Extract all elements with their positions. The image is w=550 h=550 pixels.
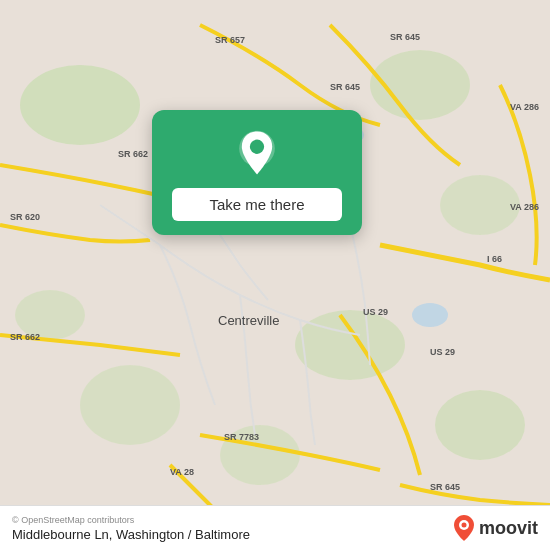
bottom-bar: © OpenStreetMap contributors Middlebourn… (0, 505, 550, 550)
svg-text:SR 662: SR 662 (118, 149, 148, 159)
take-me-there-button[interactable]: Take me there (172, 188, 342, 221)
moovit-logo: moovit (453, 514, 538, 542)
svg-text:VA 286: VA 286 (510, 202, 539, 212)
svg-text:VA 28: VA 28 (170, 467, 194, 477)
svg-text:SR 657: SR 657 (215, 35, 245, 45)
svg-text:VA 286: VA 286 (510, 102, 539, 112)
svg-text:SR 645: SR 645 (330, 82, 360, 92)
svg-point-28 (250, 140, 264, 154)
svg-text:US 29: US 29 (363, 307, 388, 317)
svg-text:I 66: I 66 (487, 254, 502, 264)
moovit-pin-icon (453, 514, 475, 542)
bottom-bar-info: © OpenStreetMap contributors Middlebourn… (12, 515, 250, 542)
svg-text:SR 662: SR 662 (10, 332, 40, 342)
svg-text:SR 7783: SR 7783 (224, 432, 259, 442)
svg-point-3 (440, 175, 520, 235)
svg-point-9 (412, 303, 448, 327)
svg-text:US 29: US 29 (430, 347, 455, 357)
svg-text:SR 645: SR 645 (390, 32, 420, 42)
attribution-text: © OpenStreetMap contributors (12, 515, 250, 525)
svg-text:SR 645: SR 645 (430, 482, 460, 492)
svg-point-6 (435, 390, 525, 460)
address-text: Middlebourne Ln, Washington / Baltimore (12, 527, 250, 542)
location-pin-icon (232, 128, 282, 178)
svg-point-4 (295, 310, 405, 380)
svg-text:Centreville: Centreville (218, 313, 279, 328)
svg-point-5 (80, 365, 180, 445)
svg-text:SR 620: SR 620 (10, 212, 40, 222)
map-container: SR 657 SR 645 SR 645 VA 286 VA 286 SR 66… (0, 0, 550, 550)
svg-point-30 (461, 523, 466, 528)
svg-point-1 (20, 65, 140, 145)
location-card: Take me there (152, 110, 362, 235)
moovit-label: moovit (479, 518, 538, 539)
